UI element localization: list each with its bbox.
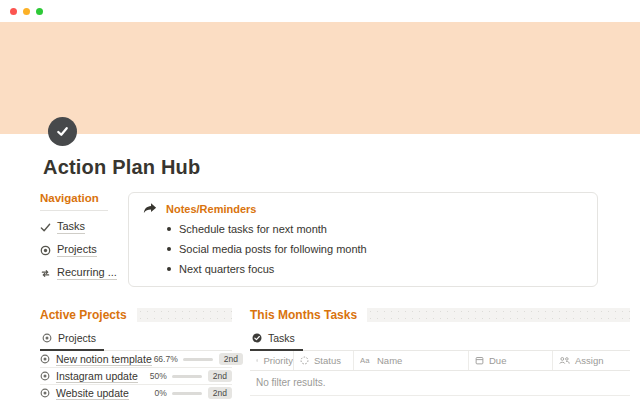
active-projects-section: Active Projects Projects New notion t [40,307,232,400]
nav-link-label: Projects [57,243,97,257]
minimize-window-button[interactable] [23,8,30,15]
recurring-icon [40,268,51,279]
tab-label: Tasks [268,332,295,344]
project-badge: 2nd [208,387,232,399]
maximize-window-button[interactable] [36,8,43,15]
nav-link-recurring[interactable]: Recurring ... [40,266,122,280]
text-icon: Aa [360,356,372,365]
no-results-text: No filter results. [250,371,630,396]
tab-projects[interactable]: Projects [40,327,104,351]
target-icon [40,371,50,381]
top-row: Navigation Tasks Projects Rec [40,192,630,287]
callout-bullet: Next quarters focus [167,263,583,275]
bullet-text: Schedule tasks for next month [179,223,327,235]
page-check-icon[interactable] [48,117,77,146]
active-projects-heading: Active Projects [40,308,127,322]
tab-tasks[interactable]: Tasks [250,327,303,351]
active-projects-heading-row: Active Projects [40,307,232,322]
page-title: Action Plan Hub [43,156,630,179]
navigation-section: Navigation Tasks Projects Rec [40,192,122,280]
calendar-icon [475,356,484,365]
months-tasks-heading-row: This Months Tasks [250,307,630,322]
column-label: Status [314,355,341,366]
column-label: Priority [263,355,293,366]
target-icon [42,333,52,343]
target-icon [40,388,50,398]
bullet-dot [167,247,171,251]
bullet-text: Next quarters focus [179,263,274,275]
column-due[interactable]: Due [468,351,552,370]
projects-tabbar: Projects [40,327,232,351]
heading-divider-band [367,308,630,322]
callout-title: Notes/Reminders [166,203,256,215]
check-circle-icon [252,333,262,343]
nav-link-tasks[interactable]: Tasks [40,220,122,234]
notes-callout: Notes/Reminders Schedule tasks for next … [128,192,598,287]
bullet-text: Social media posts for following month [179,243,367,255]
callout-bullet: Schedule tasks for next month [167,223,583,235]
tab-label: Projects [58,332,96,344]
column-name[interactable]: Aa Name [353,351,468,370]
project-percent: 50% [141,371,167,381]
column-status[interactable]: Status [293,351,353,370]
months-tasks-section: This Months Tasks Tasks [250,307,630,396]
tasks-table-header: Priority Status Aa Name [250,351,630,371]
nav-link-label: Tasks [57,220,85,234]
project-row[interactable]: Instagram update 50% 2nd [40,368,232,385]
project-percent: 0% [141,388,167,398]
check-icon [40,222,51,233]
project-name[interactable]: Instagram update [56,370,138,383]
status-icon [300,356,309,365]
column-label: Name [377,355,402,366]
project-row[interactable]: New notion template 66.7% 2nd [40,351,232,368]
close-window-button[interactable] [10,8,17,15]
nav-link-projects[interactable]: Projects [40,243,122,257]
middle-row: Active Projects Projects New notion t [40,307,630,400]
forward-arrow-icon [143,202,157,215]
project-percent: 66.7% [152,354,178,364]
progress-bar [172,375,202,378]
column-priority[interactable]: Priority [250,351,293,370]
window-titlebar [0,0,640,22]
project-name[interactable]: New notion template [56,353,152,366]
progress-bar [183,358,213,361]
project-badge: 2nd [208,370,232,382]
bullet-dot [167,227,171,231]
progress-bar [172,392,202,395]
project-row[interactable]: Website update 0% 2nd [40,385,232,400]
target-icon [40,354,50,364]
heading-divider-band [137,308,232,322]
svg-text:Aa: Aa [360,357,370,366]
months-tasks-heading: This Months Tasks [250,308,357,322]
bullet-dot [167,267,171,271]
column-label: Assign [575,355,604,366]
tasks-tabbar: Tasks [250,327,630,351]
project-badge: 2nd [219,353,243,365]
column-label: Due [489,355,506,366]
column-assign[interactable]: Assign [552,351,630,370]
project-name[interactable]: Website update [56,387,129,400]
callout-bullet: Social media posts for following month [167,243,583,255]
target-icon [40,245,51,256]
select-icon [256,356,258,365]
nav-link-label: Recurring ... [57,266,117,280]
check-glyph [55,124,70,139]
people-icon [559,356,570,365]
callout-header: Notes/Reminders [143,202,583,215]
navigation-heading: Navigation [40,192,108,211]
